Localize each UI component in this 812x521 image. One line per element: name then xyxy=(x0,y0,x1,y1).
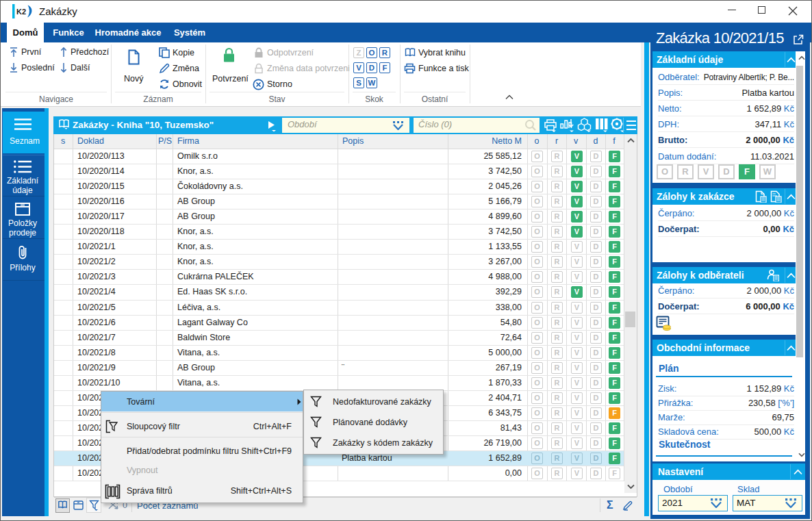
svg-text:K2: K2 xyxy=(16,8,26,16)
